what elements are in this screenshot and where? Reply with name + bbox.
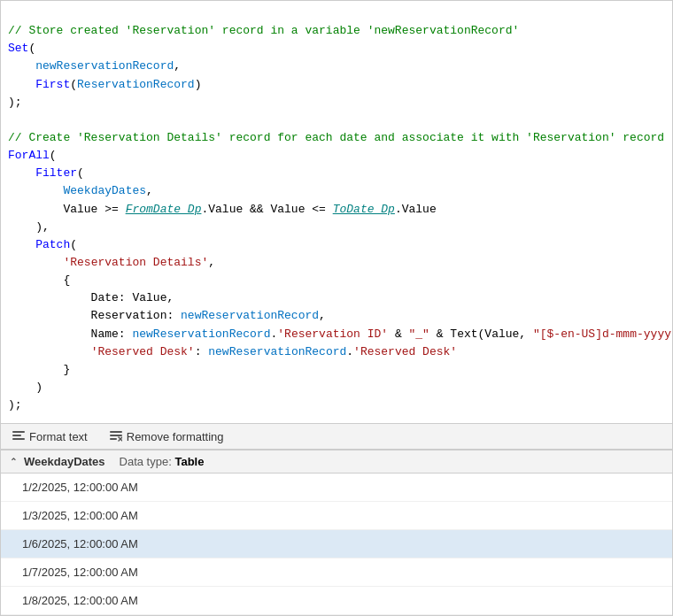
code-line-16: Date: Value, bbox=[8, 291, 174, 304]
chevron-down-icon: ⌃ bbox=[10, 457, 17, 466]
code-line-5: ); bbox=[8, 96, 22, 109]
svg-rect-4 bbox=[110, 435, 122, 436]
remove-formatting-button[interactable]: Remove formatting bbox=[105, 427, 228, 445]
code-line-13: Patch( bbox=[8, 238, 77, 251]
data-panel-header: ⌃ WeekdayDates Data type: Table bbox=[1, 450, 672, 474]
code-line-blank1 bbox=[8, 113, 15, 127]
code-line-3: newReservationRecord, bbox=[8, 59, 181, 73]
code-line-18: Name: newReservationRecord.'Reservation … bbox=[8, 327, 672, 341]
comment-line-1: // Store created 'Reservation' record in… bbox=[8, 24, 519, 37]
svg-rect-2 bbox=[12, 438, 25, 440]
remove-formatting-label: Remove formatting bbox=[127, 430, 224, 443]
data-type-label: Data type: Table bbox=[120, 455, 205, 468]
code-line-blank2 bbox=[8, 416, 15, 423]
toolbar: Format text Remove formatting bbox=[1, 423, 672, 450]
code-line-20: } bbox=[8, 363, 70, 376]
code-line-2: Set( bbox=[8, 42, 35, 55]
data-rows-container: 1/2/2025, 12:00:00 AM 1/3/2025, 12:00:00… bbox=[1, 474, 672, 615]
code-line-17: Reservation: newReservationRecord, bbox=[8, 309, 326, 322]
code-line-8: ForAll( bbox=[8, 149, 57, 162]
data-row: 1/8/2025, 12:00:00 AM bbox=[1, 587, 672, 615]
code-line-22: ); bbox=[8, 398, 22, 412]
remove-formatting-icon bbox=[109, 429, 123, 443]
svg-rect-3 bbox=[110, 431, 122, 433]
data-row: 1/6/2025, 12:00:00 AM bbox=[1, 530, 672, 558]
format-text-button[interactable]: Format text bbox=[8, 427, 91, 445]
svg-rect-0 bbox=[12, 431, 25, 433]
data-row: 1/7/2025, 12:00:00 AM bbox=[1, 558, 672, 587]
data-panel: ⌃ WeekdayDates Data type: Table 1/2/2025… bbox=[1, 450, 672, 615]
data-type-value: Table bbox=[174, 455, 204, 468]
code-line-9: Filter( bbox=[8, 166, 84, 180]
format-text-label: Format text bbox=[29, 430, 88, 443]
code-editor[interactable]: // Store created 'Reservation' record in… bbox=[1, 1, 672, 423]
column-name: WeekdayDates bbox=[24, 455, 105, 468]
code-line-11: Value >= FromDate_Dp.Value && Value <= T… bbox=[8, 203, 437, 216]
code-line-4: First(ReservationRecord) bbox=[8, 78, 201, 91]
format-text-icon bbox=[12, 429, 26, 443]
comment-line-2: // Create 'Reservation Details' record f… bbox=[8, 131, 664, 144]
code-line-15: { bbox=[8, 273, 70, 287]
data-row: 1/2/2025, 12:00:00 AM bbox=[1, 474, 672, 502]
svg-rect-1 bbox=[12, 435, 21, 436]
code-line-10: WeekdayDates, bbox=[8, 184, 153, 197]
code-line-12: ), bbox=[8, 220, 50, 234]
svg-rect-5 bbox=[110, 438, 117, 440]
code-line-21: ) bbox=[8, 381, 43, 394]
data-row: 1/3/2025, 12:00:00 AM bbox=[1, 502, 672, 530]
code-line-19: 'Reserved Desk': newReservationRecord.'R… bbox=[8, 345, 457, 358]
code-line-14: 'Reservation Details', bbox=[8, 256, 215, 269]
